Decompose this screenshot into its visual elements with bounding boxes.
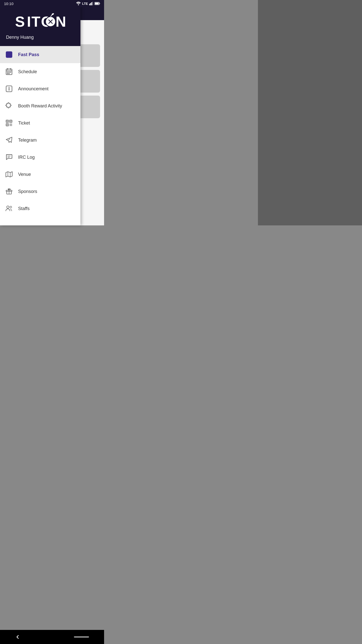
navigation-drawer: S I T C N Denny Huang: [0, 0, 80, 225]
ticket-label: Ticket: [18, 120, 30, 126]
signal-icon: [89, 2, 93, 5]
booth-reward-label: Booth Reward Activity: [18, 103, 62, 109]
svg-rect-37: [7, 124, 8, 125]
svg-line-47: [8, 139, 10, 140]
status-icons: LTE: [76, 2, 100, 6]
svg-text:I: I: [27, 13, 31, 30]
svg-rect-43: [11, 125, 11, 126]
svg-rect-25: [9, 72, 10, 73]
svg-text:N: N: [56, 13, 65, 30]
status-time: 10:10: [4, 2, 14, 6]
svg-text:T: T: [31, 13, 40, 30]
announcement-label: Announcement: [18, 86, 49, 92]
svg-rect-7: [95, 3, 99, 5]
svg-rect-26: [10, 72, 11, 73]
gift-icon: [5, 187, 13, 195]
chat-icon: [5, 153, 13, 161]
svg-point-57: [7, 206, 9, 208]
drawer-item-fast-pass[interactable]: Fast Pass: [0, 46, 80, 63]
svg-rect-4: [92, 2, 93, 5]
svg-rect-27: [7, 73, 8, 74]
fast-pass-label: Fast Pass: [18, 52, 39, 57]
svg-rect-2: [90, 3, 91, 5]
drawer-item-venue[interactable]: Venue: [0, 166, 80, 183]
svg-rect-46: [11, 125, 11, 125]
drawer-logo: S I T C N: [6, 12, 74, 30]
map-icon: [5, 170, 13, 178]
sitcon-logo-svg: S I T C N: [15, 12, 65, 30]
puzzle-icon: [5, 102, 13, 110]
calendar-icon: [5, 68, 13, 76]
irc-log-label: IRC Log: [18, 155, 35, 160]
svg-rect-24: [7, 72, 8, 73]
drawer-item-schedule[interactable]: Schedule: [0, 63, 80, 80]
svg-rect-39: [11, 124, 11, 124]
telegram-label: Telegram: [18, 138, 37, 143]
svg-rect-44: [11, 125, 12, 125]
qr-icon: [5, 119, 13, 127]
venue-label: Venue: [18, 172, 31, 177]
telegram-icon: [5, 136, 13, 144]
status-bar: 10:10 LTE: [0, 0, 104, 7]
svg-rect-36: [10, 121, 11, 122]
lte-label: LTE: [82, 2, 88, 6]
svg-point-58: [10, 206, 12, 208]
people-icon: [5, 205, 13, 213]
svg-rect-42: [10, 125, 10, 126]
svg-point-56: [9, 189, 10, 190]
svg-rect-28: [9, 73, 10, 74]
svg-rect-35: [7, 121, 8, 122]
drawer-item-irc-log[interactable]: IRC Log: [0, 149, 80, 166]
drawer-item-announcement[interactable]: Announcement: [0, 80, 80, 97]
svg-point-0: [78, 4, 79, 5]
star-icon: [5, 51, 13, 59]
svg-rect-6: [100, 3, 100, 4]
svg-rect-38: [10, 124, 10, 124]
svg-rect-1: [89, 4, 90, 5]
svg-rect-41: [10, 125, 10, 125]
drawer-item-ticket[interactable]: Ticket: [0, 114, 80, 132]
svg-rect-3: [91, 2, 92, 5]
svg-rect-45: [11, 125, 12, 126]
drawer-items-list: Fast Pass Schedule: [0, 46, 80, 225]
announcement-icon: [5, 85, 13, 93]
schedule-label: Schedule: [18, 69, 37, 74]
sponsors-label: Sponsors: [18, 189, 37, 194]
staffs-label: Staffs: [18, 206, 30, 211]
drawer-item-telegram[interactable]: Telegram: [0, 132, 80, 149]
svg-rect-40: [11, 124, 12, 124]
drawer-item-staffs[interactable]: Staffs: [0, 200, 80, 217]
drawer-item-booth-reward[interactable]: Booth Reward Activity: [0, 97, 80, 114]
svg-text:S: S: [15, 13, 26, 30]
wifi-icon: [76, 2, 81, 5]
battery-icon: [95, 2, 100, 5]
drawer-item-sponsors[interactable]: Sponsors: [0, 183, 80, 200]
drawer-username: Denny Huang: [6, 35, 74, 40]
